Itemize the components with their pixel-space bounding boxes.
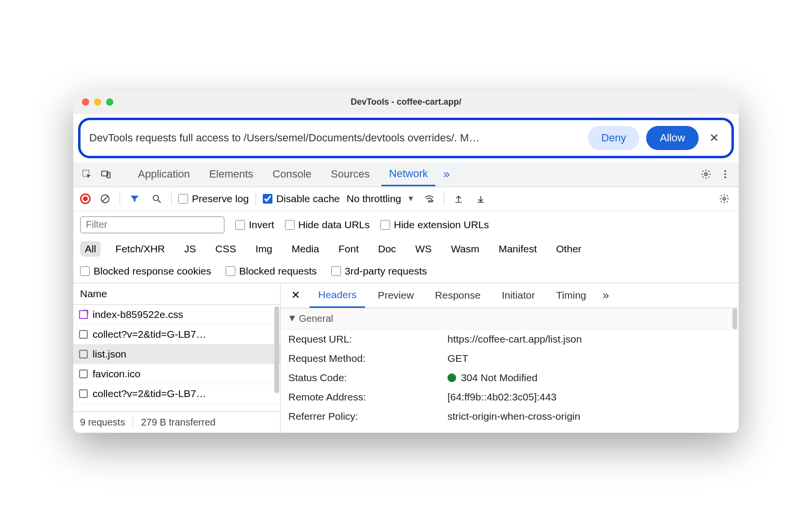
more-panels-icon[interactable]: » (439, 167, 453, 181)
more-detail-tabs-icon[interactable]: » (599, 289, 613, 302)
third-party-label: 3rd-party requests (345, 265, 427, 277)
tab-headers[interactable]: Headers (310, 283, 365, 308)
list-item[interactable]: favicon.ico (73, 364, 280, 384)
tab-application[interactable]: Application (130, 163, 198, 185)
tab-preview[interactable]: Preview (369, 284, 422, 307)
settings-icon[interactable] (698, 166, 714, 182)
type-ws[interactable]: WS (410, 241, 436, 257)
list-item[interactable]: collect?v=2&tid=G-LB7… (73, 384, 280, 404)
tab-network[interactable]: Network (381, 163, 436, 186)
upload-har-icon[interactable] (451, 191, 466, 206)
kv-key: Remote Address: (288, 391, 447, 403)
type-fetch-xhr[interactable]: Fetch/XHR (110, 241, 170, 257)
section-general[interactable]: ▼General (281, 308, 739, 330)
tab-response[interactable]: Response (426, 284, 489, 307)
minimize-window-icon[interactable] (94, 98, 101, 106)
kv-key: Status Code: (288, 372, 447, 384)
tab-initiator[interactable]: Initiator (493, 284, 544, 307)
search-icon[interactable] (149, 191, 164, 206)
throttling-select[interactable]: No throttling ▼ (347, 193, 415, 205)
hide-data-urls-checkbox[interactable]: Hide data URLs (285, 219, 370, 231)
download-har-icon[interactable] (473, 191, 488, 206)
kv-referrer-policy: Referrer Policy:strict-origin-when-cross… (281, 407, 739, 426)
titlebar: DevTools - coffee-cart.app/ (73, 91, 739, 114)
filter-input[interactable] (80, 216, 225, 234)
kv-request-url: Request URL:https://coffee-cart.app/list… (281, 330, 739, 349)
list-item[interactable]: list.json (73, 344, 280, 364)
filter-icon[interactable] (127, 191, 142, 206)
type-media[interactable]: Media (287, 241, 324, 257)
chevron-down-icon: ▼ (407, 194, 415, 203)
tab-console[interactable]: Console (265, 163, 319, 185)
invert-label: Invert (249, 219, 274, 231)
device-toggle-icon[interactable] (98, 166, 114, 182)
disable-cache-checkbox[interactable]: Disable cache (263, 193, 340, 205)
scrollbar[interactable] (732, 308, 737, 330)
kv-value: strict-origin-when-cross-origin (447, 411, 731, 422)
devtools-window: DevTools - coffee-cart.app/ DevTools req… (73, 91, 739, 433)
file-icon (79, 350, 88, 358)
status-dot-icon (447, 373, 456, 382)
file-icon (79, 389, 88, 398)
invert-checkbox[interactable]: Invert (235, 219, 274, 231)
throttling-value: No throttling (347, 193, 401, 205)
file-icon (79, 370, 88, 378)
tab-elements[interactable]: Elements (202, 163, 261, 185)
inspect-icon[interactable] (79, 166, 95, 182)
type-manifest[interactable]: Manifest (494, 241, 541, 257)
kv-remote-address: Remote Address:[64:ff9b::4b02:3c05]:443 (281, 387, 739, 407)
list-item[interactable]: index-b859522e.css (73, 305, 280, 325)
allow-button[interactable]: Allow (646, 126, 699, 150)
network-conditions-icon[interactable] (421, 191, 437, 206)
third-party-checkbox[interactable]: 3rd-party requests (331, 265, 427, 277)
tab-sources[interactable]: Sources (323, 163, 378, 185)
scrollbar[interactable] (274, 306, 279, 393)
kv-key: Referrer Policy: (288, 411, 447, 422)
type-css[interactable]: CSS (211, 241, 241, 257)
column-header-name[interactable]: Name (73, 283, 280, 305)
close-detail-icon[interactable]: ✕ (285, 284, 306, 306)
record-button[interactable] (80, 193, 91, 204)
network-toolbar: Preserve log Disable cache No throttling… (73, 187, 739, 211)
window-title: DevTools - coffee-cart.app/ (73, 97, 739, 107)
close-icon[interactable]: ✕ (705, 131, 723, 145)
kv-value: https://coffee-cart.app/list.json (447, 333, 731, 345)
type-other[interactable]: Other (551, 241, 586, 257)
blocked-cookies-checkbox[interactable]: Blocked response cookies (80, 265, 211, 277)
list-item-label: collect?v=2&tid=G-LB7… (93, 329, 206, 340)
filter-row: Invert Hide data URLs Hide extension URL… (73, 211, 739, 238)
disable-cache-label: Disable cache (276, 193, 340, 205)
type-wasm[interactable]: Wasm (446, 241, 484, 257)
kv-request-method: Request Method:GET (281, 349, 739, 368)
type-all[interactable]: All (80, 241, 101, 257)
request-detail: ✕ Headers Preview Response Initiator Tim… (281, 283, 739, 433)
network-content: Name index-b859522e.css collect?v=2&tid=… (73, 283, 739, 433)
list-item-label: collect?v=2&tid=G-LB7… (93, 388, 206, 399)
type-js[interactable]: JS (179, 241, 201, 257)
hide-extension-urls-checkbox[interactable]: Hide extension URLs (380, 219, 489, 231)
list-item-label: favicon.ico (93, 368, 140, 380)
zoom-window-icon[interactable] (106, 98, 113, 106)
transferred-size: 279 B transferred (141, 417, 216, 428)
kv-key: Request Method: (288, 353, 447, 364)
list-item-label: list.json (93, 348, 126, 360)
blocked-requests-checkbox[interactable]: Blocked requests (226, 265, 317, 277)
type-font[interactable]: Font (334, 241, 364, 257)
list-item[interactable]: collect?v=2&tid=G-LB7… (73, 325, 280, 344)
deny-button[interactable]: Deny (588, 126, 639, 150)
close-window-icon[interactable] (82, 98, 89, 106)
tab-timing[interactable]: Timing (548, 284, 595, 307)
svg-point-3 (704, 173, 707, 176)
file-icon (79, 330, 88, 339)
kebab-menu-icon[interactable] (717, 166, 733, 182)
network-settings-icon[interactable] (717, 191, 732, 206)
type-doc[interactable]: Doc (373, 241, 401, 257)
svg-point-6 (724, 177, 726, 179)
extra-filter-row: Blocked response cookies Blocked request… (73, 262, 739, 283)
kv-value: GET (447, 353, 731, 364)
type-img[interactable]: Img (251, 241, 277, 257)
clear-icon[interactable] (97, 191, 113, 206)
main-panel-tabs: Application Elements Console Sources Net… (73, 162, 739, 187)
preserve-log-checkbox[interactable]: Preserve log (178, 193, 249, 205)
detail-tabs: ✕ Headers Preview Response Initiator Tim… (281, 283, 739, 308)
